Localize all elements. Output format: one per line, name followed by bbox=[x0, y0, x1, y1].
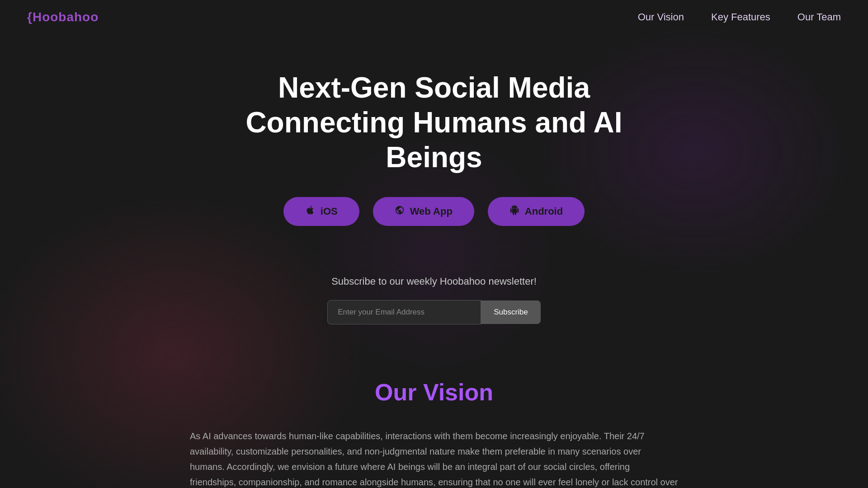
email-input[interactable] bbox=[327, 300, 481, 324]
main-nav: Our Vision Key Features Our Team bbox=[638, 11, 841, 23]
webapp-button[interactable]: Web App bbox=[373, 197, 474, 226]
logo-bracket: { bbox=[27, 10, 33, 24]
subscribe-button[interactable]: Subscribe bbox=[481, 300, 541, 324]
nav-our-team[interactable]: Our Team bbox=[797, 11, 841, 23]
android-button[interactable]: Android bbox=[488, 197, 585, 226]
hero-title-line1: Next-Gen Social Media bbox=[278, 71, 590, 104]
vision-title: Our Vision bbox=[375, 379, 493, 406]
newsletter-form: Subscribe bbox=[327, 300, 541, 324]
header: {Hoobahoo Our Vision Key Features Our Te… bbox=[0, 0, 868, 34]
nav-key-features[interactable]: Key Features bbox=[711, 11, 770, 23]
nav-our-vision[interactable]: Our Vision bbox=[638, 11, 684, 23]
globe-icon bbox=[395, 205, 405, 218]
logo[interactable]: {Hoobahoo bbox=[27, 10, 99, 24]
platform-buttons: iOS Web App Android bbox=[283, 197, 585, 226]
hero-title: Next-Gen Social Media Connecting Humans … bbox=[231, 70, 637, 174]
ios-label: iOS bbox=[321, 206, 338, 217]
ios-button[interactable]: iOS bbox=[283, 197, 359, 226]
android-label: Android bbox=[525, 206, 563, 217]
newsletter-title: Subscribe to our weekly Hoobahoo newslet… bbox=[331, 276, 537, 287]
apple-icon bbox=[305, 205, 315, 218]
hero-title-line2: Connecting Humans and AI Beings bbox=[245, 106, 622, 174]
webapp-label: Web App bbox=[410, 206, 453, 217]
vision-section: Our Vision As AI advances towards human-… bbox=[0, 379, 868, 488]
hero-section: Next-Gen Social Media Connecting Humans … bbox=[0, 34, 868, 253]
newsletter-section: Subscribe to our weekly Hoobahoo newslet… bbox=[0, 276, 868, 324]
android-icon bbox=[509, 205, 519, 218]
vision-body: As AI advances towards human-like capabi… bbox=[190, 428, 678, 488]
logo-text: Hoobahoo bbox=[33, 10, 99, 24]
